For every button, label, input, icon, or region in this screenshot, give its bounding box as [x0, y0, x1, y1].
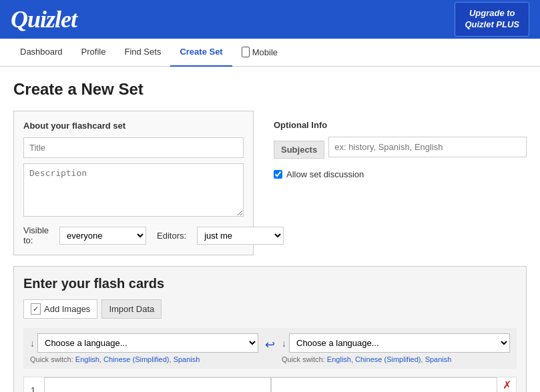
card-actions-1: ✗ ↕ — [497, 377, 516, 392]
upgrade-button[interactable]: Upgrade to Quizlet PLUS — [455, 2, 529, 37]
lang-select-wrapper-1: ↓ Choose a language... English Chinese (… — [30, 333, 258, 353]
quick-switch-1: Quick switch: English, Chinese (Simplifi… — [30, 355, 258, 363]
nav-item-mobile[interactable]: Mobile — [232, 39, 287, 67]
title-input[interactable] — [23, 137, 244, 158]
description-input[interactable] — [23, 163, 244, 217]
lang-col-1: ↓ Choose a language... English Chinese (… — [30, 333, 258, 363]
swap-icon[interactable]: ↩ — [265, 333, 275, 352]
quick-switch-english-2[interactable]: English — [327, 355, 351, 363]
upgrade-label: Upgrade to — [469, 8, 515, 18]
lang-down-arrow-1: ↓ — [30, 338, 35, 349]
card-num-1: 1 — [24, 377, 44, 392]
optional-section: Optional Info Subjects Allow set discuss… — [274, 111, 527, 255]
lang-select-2[interactable]: Choose a language... English Chinese (Si… — [289, 333, 510, 353]
allow-discussion-checkbox[interactable] — [274, 170, 282, 179]
card-term-1[interactable] — [44, 377, 271, 392]
lang-select-wrapper-2: ↓ Choose a language... English Chinese (… — [282, 333, 510, 353]
nav-item-create-set[interactable]: Create Set — [170, 39, 232, 67]
add-images-button[interactable]: ✓ Add Images — [23, 299, 97, 319]
visible-select[interactable]: everyone just me password protected — [59, 227, 146, 245]
nav-item-profile[interactable]: Profile — [72, 39, 115, 67]
editors-label: Editors: — [157, 231, 186, 241]
import-data-button[interactable]: Import Data — [101, 299, 162, 319]
quick-switch-spanish-2[interactable]: Spanish — [425, 355, 452, 363]
card-row-1: 1 ✗ ↕ — [23, 377, 517, 392]
flashcards-section: Enter your flash cards ✓ Add Images Impo… — [13, 266, 527, 392]
header: Quizlet Upgrade to Quizlet PLUS — [0, 0, 540, 39]
flashcards-title: Enter your flash cards — [23, 276, 517, 291]
about-section: About your flashcard set Visible to: eve… — [13, 111, 254, 255]
about-heading: About your flashcard set — [23, 121, 244, 131]
nav-item-dashboard[interactable]: Dashboard — [11, 39, 72, 67]
logo: Quizlet — [11, 5, 77, 33]
nav-item-find-sets[interactable]: Find Sets — [115, 39, 170, 67]
allow-discussion-label: Allow set discussion — [286, 169, 364, 179]
quick-switch-spanish-1[interactable]: Spanish — [174, 355, 200, 363]
quick-switch-prefix-1: Quick switch: — [30, 355, 73, 363]
quick-switch-2: Quick switch: English, Chinese (Simplifi… — [282, 355, 510, 363]
visibility-row: Visible to: everyone just me password pr… — [23, 225, 244, 245]
subjects-row: Subjects — [274, 137, 527, 163]
fc-toolbar: ✓ Add Images Import Data — [23, 299, 517, 319]
allow-discussion-row: Allow set discussion — [274, 169, 527, 179]
navigation: Dashboard Profile Find Sets Create Set M… — [0, 39, 540, 67]
image-checkbox-icon: ✓ — [31, 303, 41, 315]
quick-switch-chinese-1[interactable]: Chinese (Simplified) — [103, 355, 169, 363]
subjects-input[interactable] — [328, 137, 527, 157]
top-sections: About your flashcard set Visible to: eve… — [13, 111, 527, 255]
main-content: Create a New Set About your flashcard se… — [0, 67, 540, 392]
mobile-icon — [242, 47, 250, 57]
upgrade-plan: Quizlet PLUS — [465, 19, 519, 29]
editors-select[interactable]: just me password protected — [197, 227, 284, 245]
lang-select-1[interactable]: Choose a language... English Chinese (Si… — [37, 333, 258, 353]
lang-down-arrow-2: ↓ — [282, 338, 286, 349]
optional-heading: Optional Info — [274, 120, 527, 130]
card-def-1[interactable] — [271, 377, 498, 392]
quick-switch-english-1[interactable]: English — [75, 355, 99, 363]
card-delete-1[interactable]: ✗ — [503, 380, 511, 391]
language-row: ↓ Choose a language... English Chinese (… — [23, 328, 517, 369]
page-title: Create a New Set — [13, 80, 527, 99]
quick-switch-chinese-2[interactable]: Chinese (Simplified) — [355, 355, 421, 363]
lang-col-2: ↓ Choose a language... English Chinese (… — [282, 333, 510, 363]
quick-switch-prefix-2: Quick switch: — [282, 355, 325, 363]
subjects-label: Subjects — [274, 141, 324, 159]
visible-label: Visible to: — [23, 225, 49, 245]
